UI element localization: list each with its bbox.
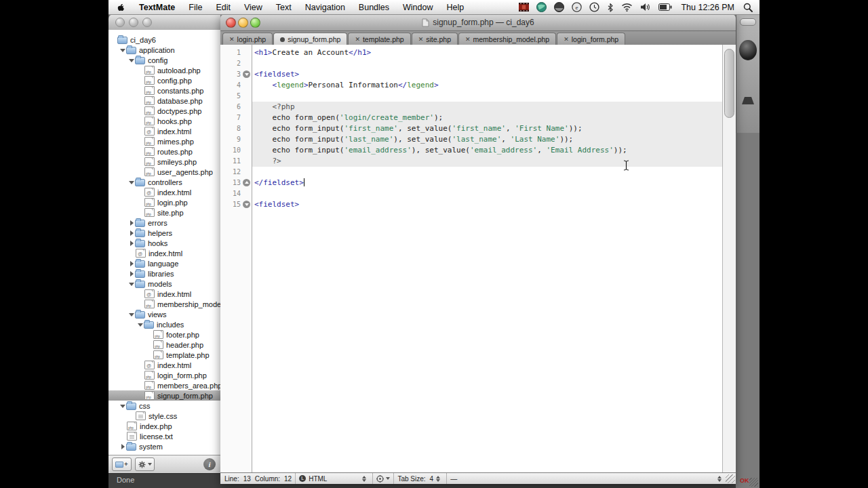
zoom-button[interactable] <box>250 18 260 28</box>
disclosure-triangle-icon[interactable] <box>128 230 135 237</box>
tree-item-models[interactable]: models <box>108 279 220 289</box>
tree-item-footer.php[interactable]: footer.php <box>108 329 220 340</box>
tree-item-views[interactable]: views <box>108 309 220 319</box>
tab-close-icon[interactable]: ✕ <box>229 37 235 43</box>
tree-item-application[interactable]: application <box>108 45 220 55</box>
tree-item-mimes.php[interactable]: mimes.php <box>108 136 220 146</box>
menu-item-textmate[interactable]: TextMate <box>132 3 182 12</box>
close-button[interactable] <box>226 18 236 28</box>
spotlight-icon[interactable] <box>743 3 753 12</box>
tree-item-database.php[interactable]: database.php <box>108 96 220 106</box>
tree-item-hooks[interactable]: hooks <box>108 238 220 248</box>
menu-item-edit[interactable]: Edit <box>209 3 237 12</box>
disclosure-triangle-icon[interactable] <box>119 47 126 54</box>
tree-item-doctypes.php[interactable]: doctypes.php <box>108 106 220 116</box>
tree-item-header.php[interactable]: header.php <box>108 340 220 350</box>
new-file-button[interactable]: + <box>112 458 132 471</box>
fold-marker-icon[interactable] <box>243 70 250 78</box>
gear-caret-icon[interactable] <box>386 477 390 480</box>
disclosure-triangle-icon[interactable] <box>128 57 135 64</box>
inactive-close-button[interactable] <box>115 18 125 27</box>
info-button[interactable]: i <box>203 458 216 470</box>
tab-close-icon[interactable]: ✕ <box>564 37 569 43</box>
language-stepper[interactable] <box>362 476 366 482</box>
tree-item-user_agents.php[interactable]: user_agents.php <box>108 167 220 177</box>
inactive-minimize-button[interactable] <box>129 18 138 27</box>
window-titlebar[interactable]: signup_form.php — ci_day6 <box>220 14 736 31</box>
menu-item-help[interactable]: Help <box>440 3 471 12</box>
tab-signup_form.php[interactable]: signup_form.php <box>273 33 347 45</box>
disclosure-triangle-icon[interactable] <box>128 220 135 226</box>
action-gear-button[interactable] <box>135 458 155 471</box>
fold-marker-icon[interactable] <box>243 179 250 186</box>
menu-item-view[interactable]: View <box>237 3 269 12</box>
bluetooth-icon[interactable] <box>607 3 614 12</box>
tree-item-hooks.php[interactable]: hooks.php <box>108 116 220 126</box>
scrollbar-thumb[interactable] <box>724 49 734 118</box>
tab-close-icon[interactable]: ✕ <box>355 37 360 43</box>
tree-item-css[interactable]: css <box>108 401 220 411</box>
tree-item-style.css[interactable]: style.css <box>108 411 220 421</box>
tree-item-autoload.php[interactable]: autoload.php <box>108 65 220 75</box>
tree-item-index.html[interactable]: index.html <box>108 289 220 299</box>
code-area[interactable]: <h1>Create an Account</h1><fieldset> <le… <box>252 45 722 473</box>
battery-icon[interactable] <box>658 3 672 11</box>
menu-item-navigation[interactable]: Navigation <box>298 3 352 12</box>
tab-membership_model.php[interactable]: ✕membership_model.php <box>458 33 556 45</box>
tree-item-login.php[interactable]: login.php <box>108 197 220 207</box>
menu-clock[interactable]: Thu 12:26 PM <box>679 3 736 12</box>
vertical-scrollbar[interactable] <box>722 45 736 473</box>
disclosure-triangle-icon[interactable] <box>119 443 126 450</box>
sync-globe-icon[interactable] <box>536 2 547 12</box>
tree-item-libraries[interactable]: libraries <box>108 268 220 279</box>
tab-close-icon[interactable]: ✕ <box>418 37 424 43</box>
tree-item-index.html[interactable]: index.html <box>108 187 220 197</box>
disclosure-triangle-icon[interactable] <box>128 240 135 247</box>
right-stepper[interactable] <box>717 476 722 482</box>
fold-marker-icon[interactable] <box>243 201 250 208</box>
disclosure-triangle-icon[interactable] <box>128 260 135 267</box>
tree-item-index.html[interactable]: index.html <box>108 360 220 370</box>
tree-item-index.html[interactable]: index.html <box>108 126 220 136</box>
disclosure-triangle-icon[interactable] <box>119 403 126 409</box>
minimize-button[interactable] <box>238 18 248 28</box>
tab-login_form.php[interactable]: ✕login_form.php <box>557 33 625 45</box>
language-popup[interactable]: HTML <box>309 475 327 483</box>
tab-close-icon[interactable]: ✕ <box>465 37 471 43</box>
tree-item-config.php[interactable]: config.php <box>108 75 220 85</box>
tree-item-login_form.php[interactable]: login_form.php <box>108 370 220 380</box>
menu-item-text[interactable]: Text <box>269 3 298 12</box>
tree-item-helpers[interactable]: helpers <box>108 228 220 238</box>
tree-item-constants.php[interactable]: constants.php <box>108 85 220 96</box>
tab-size-value[interactable]: 4 <box>430 475 434 483</box>
tree-item-license.txt[interactable]: license.txt <box>108 431 220 441</box>
inactive-zoom-button[interactable] <box>142 18 152 27</box>
disclosure-spacer[interactable] <box>111 37 117 43</box>
tree-item-routes.php[interactable]: routes.php <box>108 146 220 157</box>
menu-item-file[interactable]: File <box>182 3 209 12</box>
tree-item-config[interactable]: config <box>108 55 220 65</box>
disclosure-triangle-icon[interactable] <box>128 311 135 318</box>
tree-item-template.php[interactable]: template.php <box>108 350 220 360</box>
editor-pane[interactable]: 123456789101112131415 <h1>Create an Acco… <box>220 45 736 473</box>
disclosure-triangle-icon[interactable] <box>128 179 135 186</box>
tree-item-index.php[interactable]: index.php <box>108 421 220 431</box>
drawer-titlebar[interactable] <box>108 14 220 30</box>
disclosure-triangle-icon[interactable] <box>137 321 144 328</box>
wifi-icon[interactable] <box>621 3 633 12</box>
tree-item-controllers[interactable]: controllers <box>108 177 220 187</box>
tab-size-stepper[interactable] <box>436 476 440 482</box>
time-machine-icon[interactable] <box>589 2 599 12</box>
tree-item-language[interactable]: language <box>108 258 220 268</box>
grab-icon[interactable] <box>554 2 564 12</box>
tree-item-index.html[interactable]: index.html <box>108 248 220 258</box>
tree-item-includes[interactable]: includes <box>108 319 220 329</box>
tree-item-membership_model.php[interactable]: membership_model.php <box>108 299 220 309</box>
tab-login.php[interactable]: ✕login.php <box>222 33 273 45</box>
apple-menu[interactable] <box>108 2 132 12</box>
disclosure-triangle-icon[interactable] <box>128 281 135 287</box>
tree-item-site.php[interactable]: site.php <box>108 207 220 218</box>
bundle-gear-icon[interactable] <box>376 475 384 483</box>
tree-item-smileys.php[interactable]: smileys.php <box>108 157 220 167</box>
volume-icon[interactable] <box>640 3 651 12</box>
